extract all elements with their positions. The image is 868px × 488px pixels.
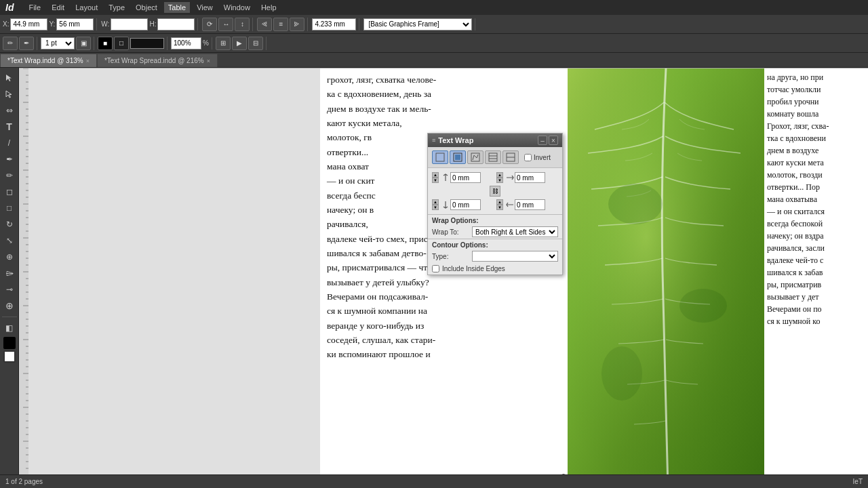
include-inside-edges-row: Include Inside Edges bbox=[428, 263, 562, 274]
panel-minimize-btn[interactable]: – bbox=[538, 136, 547, 145]
wrap-bbox-btn[interactable] bbox=[450, 150, 466, 164]
zoom-input[interactable] bbox=[171, 37, 201, 49]
stroke-align-btn[interactable]: ▣ bbox=[76, 37, 91, 50]
jump-object-btn[interactable] bbox=[485, 150, 501, 164]
y-field[interactable] bbox=[56, 18, 94, 30]
bottom-offset-input[interactable] bbox=[450, 199, 481, 210]
wrap-object-btn[interactable] bbox=[467, 150, 484, 164]
text-wrap-panel-header[interactable]: ≡ Text Wrap – × bbox=[428, 134, 562, 147]
free-transform-btn[interactable]: ⊕ bbox=[2, 249, 17, 264]
menu-layout[interactable]: Layout bbox=[71, 2, 102, 13]
stroke-weight-select[interactable]: 1 pt bbox=[41, 37, 75, 49]
jump-next-col-btn[interactable] bbox=[502, 150, 519, 164]
align-left-btn[interactable]: ⫷ bbox=[257, 18, 272, 31]
wrap-to-select[interactable]: Both Right & Left Sides Left Side Right … bbox=[472, 226, 558, 237]
chain-link-icon[interactable]: ⛓ bbox=[490, 186, 500, 197]
pen-tool-btn[interactable]: ✒ bbox=[2, 152, 17, 167]
flip-h-btn[interactable]: ↔ bbox=[218, 18, 233, 31]
tab-textwrap-label: *Text Wrap.indd @ 313% bbox=[7, 57, 83, 64]
tab-textwrapspread-close[interactable]: × bbox=[207, 58, 210, 64]
left-offset-down[interactable]: ▼ bbox=[496, 205, 503, 210]
size-input[interactable] bbox=[312, 18, 356, 30]
normal-view-btn[interactable]: ⊞ bbox=[216, 37, 231, 50]
y-label: Y: bbox=[49, 20, 55, 28]
w-field[interactable] bbox=[111, 18, 148, 30]
view-group: ⊞ ▶ ⊟ bbox=[216, 37, 267, 50]
menu-object[interactable]: Object bbox=[132, 2, 161, 13]
top-offset-up[interactable]: ▲ bbox=[432, 172, 439, 178]
wrap-options-label: Wrap Options: bbox=[428, 214, 562, 225]
rotate-tool-btn[interactable]: ↻ bbox=[2, 217, 17, 232]
right-offset-input[interactable] bbox=[515, 172, 545, 183]
frame-type-select[interactable]: [Basic Graphics Frame] bbox=[363, 18, 472, 30]
fill-btn[interactable]: ■ bbox=[98, 37, 113, 50]
type-tool-btn[interactable]: T bbox=[2, 119, 17, 134]
invert-label: Invert bbox=[534, 154, 551, 161]
tab-textwrap-close[interactable]: × bbox=[86, 58, 90, 64]
svg-rect-5 bbox=[436, 153, 444, 161]
toolbar-divider bbox=[2, 317, 17, 317]
document-tabs: *Text Wrap.indd @ 313% × *Text Wrap Spre… bbox=[0, 53, 868, 68]
right-offset-icon bbox=[506, 172, 545, 183]
zoom-tool-btn[interactable]: ⊕ bbox=[2, 298, 17, 313]
contour-options-label: Contour Options: bbox=[428, 239, 562, 249]
bleed-view-btn[interactable]: ⊟ bbox=[248, 37, 263, 50]
left-offset-input[interactable] bbox=[515, 199, 545, 210]
stroke-color-btn[interactable]: □ bbox=[114, 37, 129, 50]
zoom-label: % bbox=[203, 39, 209, 47]
type-select[interactable]: Bounding Box Detect Edges Alpha Channel bbox=[472, 251, 558, 262]
tab-textwrap[interactable]: *Text Wrap.indd @ 313% × bbox=[0, 54, 97, 67]
eraser-tool-btn[interactable]: ◻ bbox=[2, 184, 17, 199]
right-offset-down[interactable]: ▼ bbox=[496, 178, 503, 183]
invert-checkbox[interactable] bbox=[524, 154, 532, 161]
right-offset-up[interactable]: ▲ bbox=[496, 172, 503, 178]
no-wrap-btn[interactable] bbox=[432, 150, 448, 164]
canvas-area[interactable]: грохот, лязг, схватка челове- ка с вдохн… bbox=[28, 68, 868, 488]
pencil-tool-btn[interactable]: ✏ bbox=[2, 168, 17, 183]
h-label: H: bbox=[149, 20, 156, 28]
h-field[interactable] bbox=[157, 18, 195, 30]
top-offset-down[interactable]: ▼ bbox=[432, 178, 439, 183]
rotate-btn[interactable]: ⟳ bbox=[202, 18, 217, 31]
image-frame[interactable] bbox=[568, 68, 764, 488]
gap-tool-btn[interactable]: ⇔ bbox=[2, 103, 17, 118]
menu-file[interactable]: File bbox=[24, 2, 45, 13]
coord-group: X: Y: bbox=[3, 18, 97, 30]
menu-window[interactable]: Window bbox=[220, 2, 254, 13]
menu-type[interactable]: Type bbox=[104, 2, 129, 13]
menu-help[interactable]: Help bbox=[257, 2, 281, 13]
rect-tool-btn[interactable]: □ bbox=[2, 201, 17, 216]
align-center-btn[interactable]: ≡ bbox=[273, 18, 288, 31]
eyedropper-btn[interactable]: ⌲ bbox=[2, 266, 17, 281]
bottom-offset-up[interactable]: ▲ bbox=[432, 199, 439, 205]
menu-view[interactable]: View bbox=[193, 2, 217, 13]
x-field[interactable] bbox=[10, 18, 47, 30]
svg-point-4 bbox=[601, 346, 642, 401]
preview-toggle-btn[interactable]: ◧ bbox=[2, 321, 17, 336]
include-inside-edges-checkbox[interactable] bbox=[432, 265, 439, 272]
left-spinners: ▲ ▼ bbox=[496, 199, 503, 210]
pencil-tool-btn[interactable]: ✒ bbox=[19, 37, 34, 50]
preview-btn[interactable]: ▶ bbox=[232, 37, 247, 50]
measure-btn[interactable]: ⊸ bbox=[2, 282, 17, 297]
wrap-buttons-row: Invert bbox=[428, 147, 562, 168]
align-right-btn[interactable]: ⫸ bbox=[290, 18, 304, 31]
left-offset-up[interactable]: ▲ bbox=[496, 199, 503, 205]
stroke-color-btn[interactable] bbox=[3, 350, 16, 363]
mid-text-area: грохот, лязг, схватка челове- ка с вдохн… bbox=[320, 68, 570, 488]
pen-tool-btn[interactable]: ✏ bbox=[3, 37, 18, 50]
color-swatch[interactable] bbox=[130, 38, 164, 49]
line-tool-btn[interactable]: / bbox=[2, 136, 17, 150]
top-offset-input[interactable] bbox=[450, 172, 481, 183]
menu-edit[interactable]: Edit bbox=[47, 2, 68, 13]
panel-close-btn[interactable]: × bbox=[549, 136, 558, 145]
direct-select-btn[interactable] bbox=[2, 87, 17, 102]
select-tool-btn[interactable] bbox=[2, 70, 17, 85]
fill-color-btn[interactable] bbox=[3, 337, 16, 349]
flip-v-btn[interactable]: ↕ bbox=[235, 18, 250, 31]
bottom-offset-down[interactable]: ▼ bbox=[432, 205, 439, 210]
menu-table[interactable]: Table bbox=[164, 2, 190, 13]
text-wrap-title-text: Text Wrap bbox=[438, 136, 473, 144]
tab-textwrapspread[interactable]: *Text Wrap Spread.indd @ 216% × bbox=[97, 54, 218, 67]
scale-tool-btn[interactable]: ⤡ bbox=[2, 233, 17, 248]
